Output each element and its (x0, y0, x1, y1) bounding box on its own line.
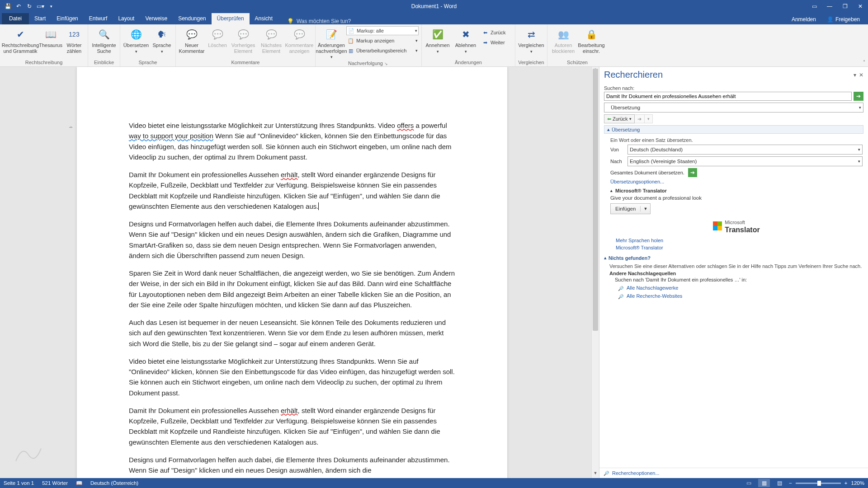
markup-icon: 📄 (348, 28, 355, 34)
from-language-combo[interactable]: Deutsch (Deutschland)▾ (627, 145, 863, 155)
all-reference-link[interactable]: 🔎Alle Nachschlagewerke (618, 285, 863, 291)
paragraph[interactable]: Damit Ihr Dokument ein professionelles A… (129, 405, 458, 447)
group-label: Schützen (550, 59, 604, 66)
tab-entwurf[interactable]: Entwurf (84, 13, 113, 24)
compare-button[interactable]: ⇄Vergleichen▾ (518, 26, 544, 54)
tab-ansicht[interactable]: Ansicht (250, 13, 278, 24)
nav-back-button[interactable]: ⬅Zurück▾ (604, 114, 635, 123)
vertical-scrollbar[interactable]: ▲ ▼ (591, 67, 599, 478)
view-print-icon[interactable]: ▦ (758, 479, 770, 487)
section-notfound[interactable]: ▴Nichts gefunden? (604, 254, 863, 262)
margin-indicator-icon: ⫠ (68, 123, 74, 130)
save-icon[interactable]: 💾 (3, 1, 13, 11)
thesaurus-button[interactable]: 📖Thesaurus (40, 26, 61, 48)
tab-start[interactable]: Start (29, 13, 51, 24)
status-page[interactable]: Seite 1 von 1 (4, 480, 34, 486)
repeat-icon[interactable]: ↻ (24, 1, 34, 11)
scroll-down-icon[interactable]: ▼ (592, 471, 599, 478)
language-button[interactable]: 🗣Sprache▾ (151, 26, 173, 54)
gear-search-icon: 🔎 (603, 470, 609, 476)
new-comment-button[interactable]: 💬Neuer Kommentar (179, 26, 205, 54)
word-count-button[interactable]: 123Wörter zählen (63, 26, 85, 54)
tab-layout[interactable]: Layout (113, 13, 140, 24)
block-authors-button[interactable]: 👥Autoren blockieren (550, 26, 576, 54)
changes-next-button[interactable]: ➡Weiter (481, 38, 512, 47)
translation-options-link[interactable]: Übersetzungsoptionen... (610, 179, 863, 184)
share-icon: 👤 (827, 16, 834, 23)
translator-logo: MicrosoftTranslator (610, 214, 863, 238)
other-sources-label: Andere Nachschlagequellen (609, 271, 863, 276)
service-combo[interactable]: Übersetzung▾ (604, 103, 863, 113)
reject-button[interactable]: ✖Ablehnen▾ (453, 26, 479, 54)
markup-combo[interactable]: 📄Markup: alle▾ (346, 26, 419, 35)
document-page[interactable]: Video bietet eine leistungsstarke Möglic… (77, 67, 507, 478)
section-translation[interactable]: ▴Übersetzung (604, 125, 863, 134)
zoom-slider[interactable] (796, 483, 841, 484)
paragraph[interactable]: Auch das Lesen ist bequemer in der neuen… (129, 317, 458, 349)
translate-doc-label: Gesamtes Dokument übersetzen. (610, 170, 684, 175)
ms-translator-link[interactable]: Microsoft® Translator (616, 245, 863, 250)
restrict-editing-button[interactable]: 🔒Bearbeitung einschr. (578, 26, 604, 54)
status-words[interactable]: 521 Wörter (42, 480, 68, 486)
research-options-link[interactable]: 🔎 Rechercheoptionen... (599, 468, 868, 478)
status-proofing-icon[interactable]: 📖 (76, 480, 82, 486)
paragraph[interactable]: Sparen Sie Zeit in Word dank neuer Schal… (129, 268, 458, 310)
tell-me-placeholder: Was möchten Sie tun? (297, 18, 351, 24)
nav-forward-menu[interactable]: ▾ (645, 114, 653, 123)
search-go-button[interactable]: ➔ (854, 92, 863, 101)
all-sites-link[interactable]: 🔎Alle Recherche-Websites (618, 293, 863, 300)
search-input[interactable] (604, 92, 852, 101)
tab-verweise[interactable]: Verweise (140, 13, 173, 24)
minimize-icon[interactable]: — (822, 0, 837, 13)
paragraph[interactable]: Video bietet eine leistungsstarke Möglic… (129, 356, 458, 398)
paragraph[interactable]: Designs und Formatvorlagen helfen auch d… (129, 455, 458, 476)
qat-customize-icon[interactable]: ▾ (46, 1, 56, 11)
ribbon-display-icon[interactable]: ▭ (807, 0, 822, 13)
next-comment-button[interactable]: 💬Nächstes Element (258, 26, 284, 54)
dialog-launcher-icon[interactable]: ↘ (384, 61, 389, 66)
prev-comment-button[interactable]: 💬Vorheriges Element (230, 26, 256, 54)
chevron-down-icon[interactable]: ▼ (641, 206, 650, 211)
tab-einfuegen[interactable]: Einfügen (51, 13, 83, 24)
pane-close-icon[interactable]: ✕ (859, 72, 863, 78)
changes-prev-button[interactable]: ⬅Zurück (481, 28, 512, 37)
show-comments-button[interactable]: 💬Kommentare anzeigen (286, 26, 312, 54)
pane-options-icon[interactable]: ▾ (854, 72, 856, 78)
to-language-combo[interactable]: Englisch (Vereinigte Staaten)▾ (627, 156, 863, 166)
insert-translation-button[interactable]: Einfügen ▼ (610, 203, 651, 214)
status-language[interactable]: Deutsch (Österreich) (90, 480, 138, 486)
view-read-icon[interactable]: ▭ (743, 479, 755, 487)
compare-icon: ⇄ (524, 27, 538, 42)
paragraph[interactable]: Damit Ihr Dokument ein professionelles A… (129, 169, 458, 211)
view-web-icon[interactable]: ▤ (774, 479, 785, 487)
zoom-out-button[interactable]: − (789, 480, 792, 486)
zoom-level[interactable]: 120% (851, 480, 864, 486)
close-icon[interactable]: ✕ (853, 0, 868, 13)
undo-icon[interactable]: ↶ (14, 1, 24, 11)
tab-sendungen[interactable]: Sendungen (173, 13, 211, 24)
paragraph[interactable]: Designs und Formatvorlagen helfen auch d… (129, 219, 458, 261)
track-changes-button[interactable]: 📝Änderungen nachverfolgen▾ (318, 26, 344, 60)
scroll-thumb[interactable] (593, 69, 598, 331)
translate-doc-button[interactable]: ➔ (688, 168, 697, 177)
paragraph[interactable]: Video bietet eine leistungsstarke Möglic… (129, 120, 458, 162)
smart-lookup-button[interactable]: 🔍Intelligente Suche (91, 26, 117, 54)
tab-datei[interactable]: Datei (2, 13, 29, 24)
reviewing-pane-button[interactable]: ▥Überarbeitungsbereich▾ (346, 46, 419, 55)
translate-button[interactable]: 🌐Übersetzen▾ (123, 26, 149, 54)
translator-header[interactable]: ▴Microsoft® Translator (610, 188, 863, 193)
delete-comment-button[interactable]: 💬Löschen (207, 26, 228, 48)
zoom-in-button[interactable]: + (844, 480, 848, 486)
nav-forward-button[interactable]: ➔ (635, 114, 645, 123)
share-button[interactable]: 👤Freigeben (823, 14, 863, 24)
sign-in-button[interactable]: Anmelden (788, 14, 820, 24)
collapse-ribbon-icon[interactable]: ˄ (863, 60, 865, 65)
tab-ueberpruefen[interactable]: Überprüfen (212, 13, 250, 24)
restore-icon[interactable]: ❐ (837, 0, 853, 13)
accept-button[interactable]: ✅Annehmen▾ (425, 26, 451, 54)
more-languages-link[interactable]: Mehr Sprachen holen (616, 238, 863, 243)
spellcheck-button[interactable]: ✔Rechtschreibung und Grammatik (3, 26, 38, 54)
tell-me-search[interactable]: 💡 Was möchten Sie tun? (287, 18, 396, 24)
show-markup-button[interactable]: 📋Markup anzeigen▾ (346, 36, 419, 45)
touch-mode-icon[interactable]: ▭▾ (35, 1, 45, 11)
